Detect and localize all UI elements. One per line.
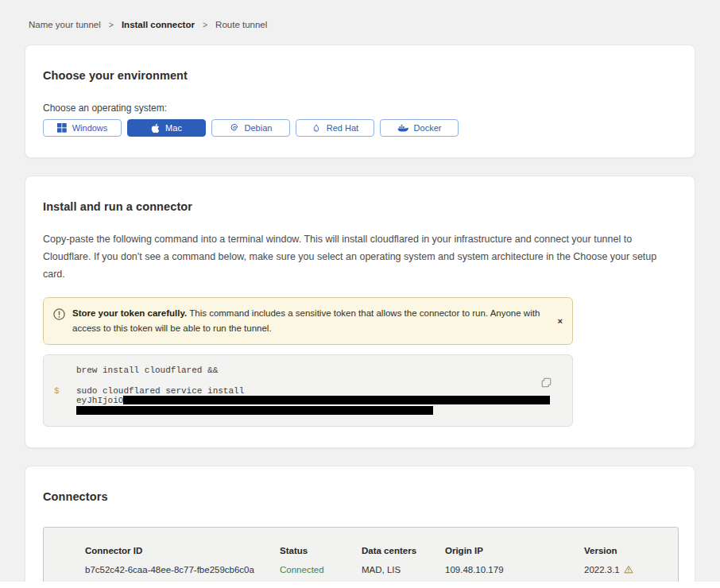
os-button-label: Mac	[165, 123, 182, 133]
environment-card-title: Choose your environment	[43, 69, 677, 82]
status-badge: Connected	[280, 565, 362, 575]
os-button-label: Windows	[72, 123, 108, 133]
table-header-row: Connector ID Status Data centers Origin …	[85, 546, 662, 555]
col-connector-id: Connector ID	[85, 546, 280, 555]
close-icon[interactable]: ×	[558, 316, 563, 326]
breadcrumb-install-connector[interactable]: Install connector	[122, 20, 195, 29]
table-row: b7c52c42-6caa-48ee-8c77-fbe259cb6c0a Con…	[85, 565, 662, 575]
redhat-icon	[312, 123, 321, 133]
connectors-card-title: Connectors	[43, 490, 677, 503]
code-line-2: $ sudo cloudflared service install	[54, 386, 559, 396]
apple-icon	[151, 123, 160, 133]
os-select-label: Choose an operating system:	[43, 103, 677, 114]
breadcrumb-separator: >	[203, 20, 207, 29]
os-button-windows[interactable]: Windows	[43, 119, 122, 137]
warning-info-icon	[53, 308, 65, 323]
col-status: Status	[280, 546, 362, 555]
col-version: Version	[584, 546, 662, 555]
os-button-docker[interactable]: Docker	[380, 119, 459, 137]
token-warning-banner: Store your token carefully. This command…	[43, 297, 573, 345]
connectors-card: Connectors Connector ID Status Data cent…	[25, 466, 695, 588]
redacted-token-bar	[76, 406, 433, 415]
install-connector-card: Install and run a connector Copy-paste t…	[25, 176, 695, 448]
shell-prompt: $	[54, 386, 76, 396]
install-command-code-block: brew install cloudflared && $ sudo cloud…	[43, 354, 573, 427]
os-button-label: Docker	[414, 123, 442, 133]
windows-icon	[57, 123, 67, 133]
breadcrumb-separator: >	[109, 20, 114, 29]
install-card-title: Install and run a connector	[43, 200, 677, 213]
warning-title: Store your token carefully.	[72, 308, 187, 318]
origin-ip-value: 109.48.10.179	[445, 565, 584, 575]
version-value: 2022.3.1	[584, 565, 662, 575]
os-button-redhat[interactable]: Red Hat	[296, 119, 374, 137]
tunnel-setup-page: Name your tunnel > Install connector > R…	[0, 0, 720, 588]
version-number: 2022.3.1	[584, 565, 620, 574]
copy-icon[interactable]	[541, 377, 552, 390]
docker-icon	[397, 124, 408, 133]
os-button-label: Red Hat	[327, 123, 358, 133]
os-button-mac[interactable]: Mac	[127, 119, 206, 137]
token-prefix: eyJhIjoiO	[76, 396, 123, 405]
choose-environment-card: Choose your environment Choose an operat…	[25, 44, 695, 158]
os-button-group: Windows Mac Debian Red Hat	[43, 119, 677, 137]
col-origin-ip: Origin IP	[445, 546, 584, 555]
code-line-1-text: brew install cloudflared &&	[76, 366, 218, 375]
connectors-table: Connector ID Status Data centers Origin …	[43, 527, 679, 588]
debian-icon	[230, 123, 239, 133]
token-line: eyJhIjoiO	[76, 396, 559, 405]
redacted-token-bar	[123, 396, 550, 404]
breadcrumb: Name your tunnel > Install connector > R…	[29, 20, 695, 29]
bottom-strip	[0, 582, 720, 588]
warning-message: Store your token carefully. This command…	[72, 306, 561, 336]
install-description: Copy-paste the following command into a …	[43, 231, 677, 284]
os-button-debian[interactable]: Debian	[211, 119, 290, 137]
os-button-label: Debian	[245, 123, 273, 133]
warning-triangle-icon	[624, 565, 633, 575]
code-line-1: brew install cloudflared &&	[54, 366, 559, 375]
prompt-spacer	[54, 366, 76, 375]
breadcrumb-name-your-tunnel[interactable]: Name your tunnel	[29, 20, 101, 29]
col-data-centers: Data centers	[362, 546, 445, 555]
data-centers-value: MAD, LIS	[362, 565, 445, 575]
breadcrumb-route-tunnel[interactable]: Route tunnel	[215, 20, 267, 29]
connector-id-value: b7c52c42-6caa-48ee-8c77-fbe259cb6c0a	[85, 565, 280, 575]
code-line-2-text: sudo cloudflared service install	[76, 386, 244, 396]
